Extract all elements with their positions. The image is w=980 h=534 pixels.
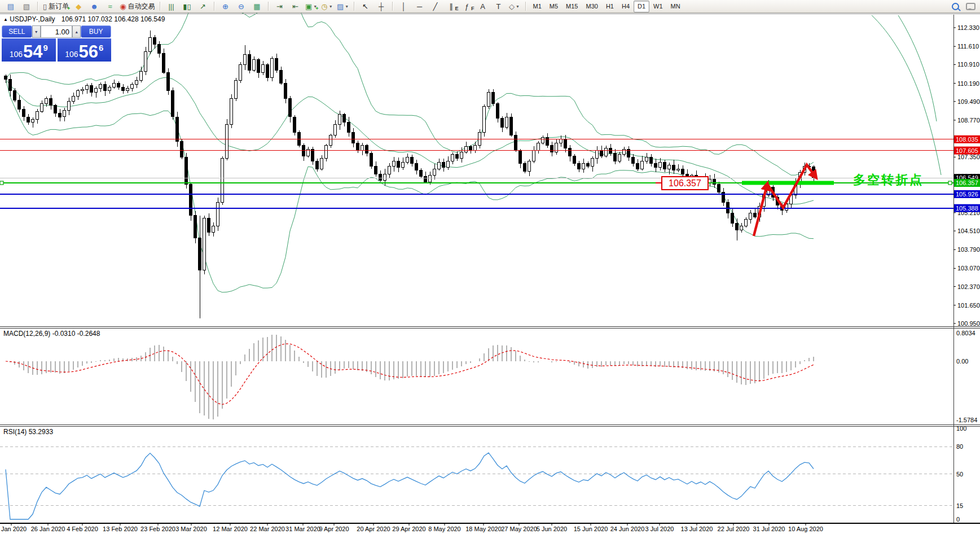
algo-trading-button[interactable]: ◉自动交易 xyxy=(118,1,156,12)
zoom-in-icon: ⊕ xyxy=(222,3,228,10)
shapes-button[interactable]: ◇▼ xyxy=(507,1,522,12)
svg-text:31 Mar 2020: 31 Mar 2020 xyxy=(285,526,320,532)
rsi-scale[interactable]: 1008050150 xyxy=(956,425,966,523)
sell-price-display[interactable]: 106 54 9 xyxy=(2,38,56,62)
svg-text:29 Apr 2020: 29 Apr 2020 xyxy=(392,526,425,532)
svg-text:101.650: 101.650 xyxy=(957,302,980,309)
timeframe-h4[interactable]: H4 xyxy=(618,1,634,12)
svg-text:3 Mar 2020: 3 Mar 2020 xyxy=(175,526,207,532)
svg-text:24 Jun 2020: 24 Jun 2020 xyxy=(610,526,645,532)
profiles-button[interactable]: ▧ xyxy=(19,1,34,12)
volume-input[interactable] xyxy=(41,25,72,38)
signals-button[interactable]: ≈ xyxy=(102,1,118,12)
zoom-out-button[interactable]: ⊖ xyxy=(234,1,249,12)
crosshair-button[interactable]: ┼ xyxy=(373,1,389,12)
horizontal-line-button[interactable]: ─ xyxy=(412,1,428,12)
trend-arrow[interactable] xyxy=(754,165,816,236)
svg-text:8 May 2020: 8 May 2020 xyxy=(428,526,460,532)
sell-button[interactable]: SELL xyxy=(2,25,32,38)
buy-price-display[interactable]: 106 56 6 xyxy=(58,38,112,62)
rsi-line xyxy=(6,453,814,519)
rsi-levels xyxy=(0,447,953,506)
candle-chart-type-button[interactable]: ▮▯ xyxy=(179,1,195,12)
chart-ohlc-values: 106.971 107.032 106.428 106.549 xyxy=(61,15,165,23)
svg-text:80: 80 xyxy=(956,443,963,450)
collapse-icon[interactable]: ▲ xyxy=(3,17,8,22)
svg-text:102.370: 102.370 xyxy=(957,283,980,290)
svg-text:105.388: 105.388 xyxy=(956,205,978,212)
equidistant-channel-button[interactable]: ∥E xyxy=(443,1,459,12)
price-level-box-connector xyxy=(656,182,661,183)
timeframe-m15[interactable]: M15 xyxy=(562,1,582,12)
buy-button[interactable]: BUY xyxy=(81,25,111,38)
chart-canvas[interactable]: 112.330111.610110.910110.190109.490108.7… xyxy=(0,0,980,534)
date-scale[interactable]: 6 Jan 202026 Jan 20204 Feb 202013 Feb 20… xyxy=(0,523,823,532)
svg-text:10 Aug 2020: 10 Aug 2020 xyxy=(788,526,823,532)
chat-icon[interactable] xyxy=(966,3,975,10)
text-label-button[interactable]: T xyxy=(491,1,507,12)
svg-text:100: 100 xyxy=(956,425,966,432)
line-chart-type-icon: ↗ xyxy=(200,3,206,10)
period-icon: ◷ xyxy=(321,3,327,10)
toolbar-separator xyxy=(392,2,393,11)
market-button[interactable]: ☻ xyxy=(86,1,102,12)
toolbar-separator xyxy=(525,2,526,11)
macd-scale[interactable]: 0.80340.00-1.5784 xyxy=(956,330,977,423)
indicators-button[interactable]: ▣+▼ xyxy=(304,1,319,12)
svg-text:26 Jan 2020: 26 Jan 2020 xyxy=(31,526,65,532)
metaquotes-button[interactable]: ◆ xyxy=(71,1,86,12)
fibonacci-button[interactable]: ƒF xyxy=(459,1,475,12)
template-button[interactable]: ▨▼ xyxy=(335,1,351,12)
svg-text:23 Feb 2020: 23 Feb 2020 xyxy=(140,526,175,532)
timeframe-d1[interactable]: D1 xyxy=(634,1,649,12)
turning-point-annotation[interactable]: 多空转折点 xyxy=(853,172,924,189)
tile-windows-icon: ▦ xyxy=(253,3,260,10)
bar-chart-type-button[interactable]: ||| xyxy=(164,1,179,12)
bar-chart-type-icon: ||| xyxy=(168,3,174,10)
svg-text:5 Jun 2020: 5 Jun 2020 xyxy=(537,526,567,532)
text-button[interactable]: A xyxy=(475,1,491,12)
line-chart-type-button[interactable]: ↗ xyxy=(195,1,211,12)
svg-text:22 Jul 2020: 22 Jul 2020 xyxy=(718,526,750,532)
svg-text:4 Feb 2020: 4 Feb 2020 xyxy=(67,526,98,532)
search-icon[interactable] xyxy=(952,3,959,10)
tile-windows-button[interactable]: ▦ xyxy=(249,1,265,12)
dropdown-caret-icon[interactable]: ▼ xyxy=(329,5,333,8)
toolbar-group: ▯+新订单◆☻≈◉自动交易 xyxy=(39,0,159,12)
new-chart-button[interactable]: ▤ xyxy=(3,1,19,12)
timeframe-m1[interactable]: M1 xyxy=(529,1,546,12)
trendline-button[interactable]: ╱ xyxy=(428,1,443,12)
sell-price-sup: 9 xyxy=(43,43,48,52)
algo-trading-button-label: 自动交易 xyxy=(128,3,155,10)
svg-text:50: 50 xyxy=(956,471,963,478)
one-click-trading-panel: SELL ▼ ▲ BUY 106 54 9 106 56 6 xyxy=(2,25,111,62)
price-scale[interactable]: 112.330111.610110.910110.190109.490108.7… xyxy=(953,24,980,327)
svg-text:107.605: 107.605 xyxy=(956,147,978,154)
vertical-line-button[interactable]: │ xyxy=(396,1,412,12)
vertical-line-icon: │ xyxy=(401,3,406,10)
sell-price-big: 54 xyxy=(23,43,42,60)
dropdown-caret-icon[interactable]: ▼ xyxy=(516,5,520,8)
svg-text:13 Jul 2020: 13 Jul 2020 xyxy=(681,526,713,532)
buy-price-sup: 6 xyxy=(99,43,103,52)
cursor-button[interactable]: ↖ xyxy=(358,1,373,12)
chart-title: ▲ USDJPY-,Daily 106.971 107.032 106.428 … xyxy=(3,15,165,23)
auto-scroll-button[interactable]: ⇥ xyxy=(272,1,288,12)
period-button[interactable]: ◷▼ xyxy=(319,1,335,12)
dropdown-caret-icon[interactable]: ▼ xyxy=(345,5,349,8)
timeframe-m30[interactable]: M30 xyxy=(582,1,601,12)
zoom-in-button[interactable]: ⊕ xyxy=(218,1,234,12)
chart-shift-button[interactable]: ⇤ xyxy=(288,1,304,12)
svg-text:110.190: 110.190 xyxy=(957,80,979,87)
timeframe-w1[interactable]: W1 xyxy=(649,1,667,12)
volume-decrease-button[interactable]: ▼ xyxy=(32,25,41,38)
toolbar-group: ▤▧ xyxy=(1,0,36,12)
toolbar-separator xyxy=(268,2,269,11)
timeframe-h1[interactable]: H1 xyxy=(602,1,618,12)
new-order-button[interactable]: ▯+新订单 xyxy=(41,1,71,12)
curve-object[interactable] xyxy=(872,15,941,175)
price-level-box[interactable]: 106.357 xyxy=(661,176,709,190)
timeframe-m5[interactable]: M5 xyxy=(546,1,562,12)
timeframe-mn[interactable]: MN xyxy=(667,1,684,12)
volume-increase-button[interactable]: ▲ xyxy=(72,25,81,38)
